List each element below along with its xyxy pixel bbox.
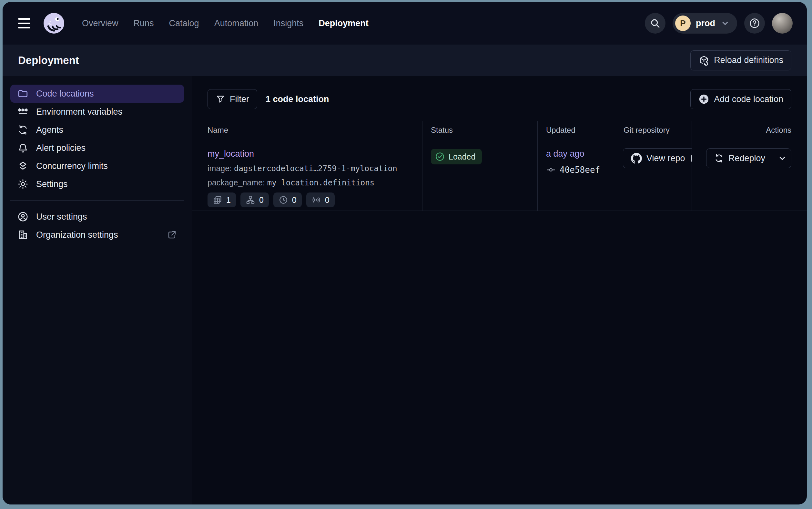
sidebar-item-label: Code locations [36, 89, 94, 99]
sidebar-item-settings[interactable]: Settings [10, 175, 184, 193]
sidebar-item-label: User settings [36, 212, 87, 222]
sidebar-item-label: Settings [36, 179, 68, 189]
nav-item-deployment[interactable]: Deployment [319, 19, 369, 28]
sync-icon [17, 124, 28, 135]
sidebar-item-user-settings[interactable]: User settings [10, 208, 184, 226]
deployment-name: prod [696, 19, 715, 28]
sensors-count-badge[interactable]: 0 [306, 193, 335, 207]
plus-circle-icon [698, 94, 709, 105]
schedules-count: 0 [292, 195, 297, 205]
column-header-git-repository: Git repository [615, 121, 692, 139]
package-line: package_name: my_location.definitions [208, 178, 422, 187]
view-repo-label: View repo [647, 154, 685, 163]
app-window: Overview Runs Catalog Automation Insight… [3, 2, 807, 505]
redeploy-sync-icon [714, 154, 724, 163]
view-repo-button[interactable]: View repo [623, 148, 692, 168]
nav-item-insights[interactable]: Insights [273, 19, 303, 28]
sensors-count: 0 [325, 195, 330, 205]
top-navigation: Overview Runs Catalog Automation Insight… [3, 2, 807, 44]
code-location-count: 1 code location [266, 94, 329, 104]
nav-item-overview[interactable]: Overview [82, 19, 118, 28]
code-location-link[interactable]: my_location [208, 149, 254, 159]
add-code-location-button[interactable]: Add code location [690, 89, 791, 109]
reload-cube-icon [698, 55, 709, 66]
status-cell: Loaded [422, 139, 538, 211]
filter-funnel-icon [216, 94, 225, 104]
sidebar-item-organization-settings[interactable]: Organization settings [10, 226, 184, 244]
env-vars-icon [17, 106, 28, 117]
sidebar-item-code-locations[interactable]: Code locations [10, 84, 184, 103]
help-button[interactable] [744, 13, 765, 34]
sidebar-item-concurrency-limits[interactable]: Concurrency limits [10, 157, 184, 175]
sidebar-divider [10, 200, 184, 201]
reload-definitions-label: Reload definitions [714, 55, 783, 65]
table-header-row: Name Status Updated Git repository Actio… [192, 121, 807, 139]
building-icon [17, 229, 28, 240]
sidebar-item-label: Concurrency limits [36, 161, 108, 171]
assets-count-badge[interactable]: 1 [208, 193, 236, 207]
table-row: my_location image: dagstercodelocati…275… [192, 139, 807, 211]
git-repository-cell: View repo [615, 139, 692, 211]
assets-icon [213, 195, 222, 205]
definition-count-badges: 1 [208, 193, 422, 207]
deployment-sidebar: Code locations Environment variables [3, 76, 192, 505]
toolbar: Filter 1 code location Add code location [208, 89, 791, 109]
page-title: Deployment [18, 54, 79, 67]
jobs-count: 0 [259, 195, 264, 205]
sidebar-item-label: Environment variables [36, 107, 122, 117]
code-locations-table: Name Status Updated Git repository Actio… [192, 121, 807, 211]
page-header: Deployment Reload definitions [3, 44, 807, 76]
search-button[interactable] [645, 13, 665, 34]
nav-item-runs[interactable]: Runs [134, 19, 154, 28]
chevron-down-icon [777, 154, 787, 163]
column-header-actions: Actions [692, 121, 807, 139]
main-nav: Overview Runs Catalog Automation Insight… [82, 19, 369, 28]
sidebar-item-label: Alert policies [36, 143, 85, 153]
updated-cell: a day ago 40e58eef [538, 139, 615, 211]
deployment-switcher[interactable]: P prod [673, 13, 737, 34]
sidebar-item-agents[interactable]: Agents [10, 121, 184, 139]
dagster-logo-icon[interactable] [43, 12, 65, 34]
schedules-count-badge[interactable]: 0 [273, 193, 302, 207]
redeploy-button[interactable]: Redeploy [706, 148, 773, 168]
assets-count: 1 [226, 195, 231, 205]
sidebar-item-environment-variables[interactable]: Environment variables [10, 103, 184, 121]
gear-icon [17, 179, 28, 190]
sensors-icon [311, 195, 321, 205]
status-badge: Loaded [431, 149, 482, 164]
commit-line: 40e58eef [546, 165, 615, 175]
filter-button[interactable]: Filter [208, 89, 257, 109]
sidebar-item-label: Organization settings [36, 230, 118, 240]
column-header-status: Status [422, 121, 538, 139]
reload-definitions-button[interactable]: Reload definitions [690, 50, 791, 70]
deployment-avatar: P [675, 15, 691, 31]
jobs-icon [246, 195, 255, 205]
sidebar-item-alert-policies[interactable]: Alert policies [10, 139, 184, 157]
topnav-right: P prod [645, 13, 792, 34]
commit-icon [546, 165, 556, 175]
package-label: package_name: [208, 178, 265, 187]
check-circle-icon [435, 152, 445, 162]
updated-link[interactable]: a day ago [546, 149, 585, 159]
image-label: image: [208, 164, 232, 173]
user-avatar[interactable] [772, 13, 792, 34]
commit-hash[interactable]: 40e58eef [560, 165, 600, 175]
help-icon [749, 18, 760, 29]
code-locations-content: Filter 1 code location Add code location… [192, 76, 807, 505]
folder-icon [17, 88, 28, 99]
actions-cell: Redeploy [692, 139, 807, 211]
image-value: dagstercodelocati…2759-1-mylocation [234, 164, 397, 173]
bell-icon [17, 142, 28, 154]
nav-item-automation[interactable]: Automation [214, 19, 259, 28]
external-link-icon [167, 230, 177, 240]
name-cell: my_location image: dagstercodelocati…275… [192, 139, 422, 211]
package-value: my_location.definitions [267, 178, 374, 187]
nav-item-catalog[interactable]: Catalog [169, 19, 199, 28]
redeploy-menu-button[interactable] [773, 148, 791, 168]
menu-hamburger-icon[interactable] [17, 18, 32, 29]
redeploy-label: Redeploy [729, 154, 765, 163]
status-label: Loaded [449, 152, 475, 162]
jobs-count-badge[interactable]: 0 [241, 193, 269, 207]
filter-label: Filter [230, 94, 249, 104]
redeploy-split-button: Redeploy [706, 148, 791, 168]
